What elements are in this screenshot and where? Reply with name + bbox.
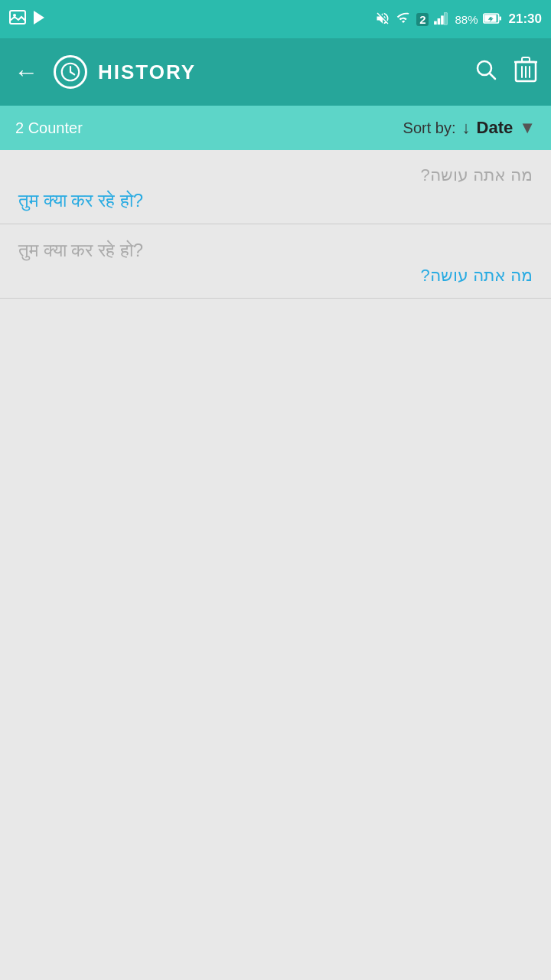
signal-icon (433, 11, 450, 28)
sort-by-text: Sort by: (403, 119, 456, 137)
status-time: 21:30 (509, 11, 542, 27)
dropdown-arrow-icon[interactable]: ▼ (519, 118, 536, 138)
counter-label: 2 Counter (15, 119, 403, 137)
toolbar-actions (474, 57, 537, 88)
svg-rect-4 (438, 18, 441, 24)
svg-rect-6 (445, 12, 448, 24)
toolbar-title-area: HISTORY (54, 55, 474, 89)
item-hebrew-secondary: מה אתה עושה? (18, 165, 533, 185)
item-hindi-primary: तुम क्या कर रहे हो? (18, 190, 533, 211)
back-button[interactable]: ← (14, 58, 38, 87)
status-left-icons (9, 10, 46, 29)
battery-percentage: 88% (455, 13, 478, 26)
clock-icon (54, 55, 87, 89)
battery-icon (483, 12, 501, 27)
sort-bar: 2 Counter Sort by: ↓ Date ▼ (0, 106, 551, 150)
history-list: מה אתה עושה? तुम क्या कर रहे हो? तुम क्य… (0, 150, 551, 299)
history-item[interactable]: तुम क्या कर रहे हो? מה אתה עושה? (0, 224, 551, 299)
wifi-icon (395, 11, 412, 28)
sort-value: Date (477, 118, 514, 138)
svg-line-12 (70, 72, 74, 74)
svg-rect-8 (499, 16, 501, 20)
image-icon (9, 10, 26, 29)
delete-button[interactable] (514, 57, 537, 88)
toolbar-title: HISTORY (98, 60, 196, 84)
svg-marker-2 (34, 11, 44, 24)
svg-rect-3 (435, 21, 438, 24)
svg-rect-0 (10, 11, 25, 24)
toolbar: ← HISTORY (0, 38, 551, 106)
play-icon (32, 10, 46, 29)
status-right-icons: 2 88% 21:30 (375, 11, 542, 28)
history-item-row: מה אתה עושה? तुम क्या कर रहे हो? (18, 165, 533, 211)
history-item-row: तुम क्या कर रहे हो? מה אתה עושה? (18, 240, 533, 286)
item-hindi-secondary: तुम क्या कर रहे हो? (18, 240, 533, 261)
sort-by-selector[interactable]: Sort by: ↓ Date ▼ (403, 118, 536, 138)
svg-rect-17 (522, 57, 530, 62)
svg-line-14 (490, 74, 495, 79)
item-hebrew-primary: מה אתה עושה? (18, 266, 533, 286)
svg-rect-5 (442, 15, 445, 24)
status-bar: 2 88% 21:30 (0, 0, 551, 38)
mute-icon (375, 11, 390, 28)
history-item[interactable]: מה אתה עושה? तुम क्या कर रहे हो? (0, 150, 551, 224)
sort-direction-icon: ↓ (462, 118, 471, 138)
search-button[interactable] (474, 58, 497, 87)
sim2-icon: 2 (416, 13, 429, 26)
